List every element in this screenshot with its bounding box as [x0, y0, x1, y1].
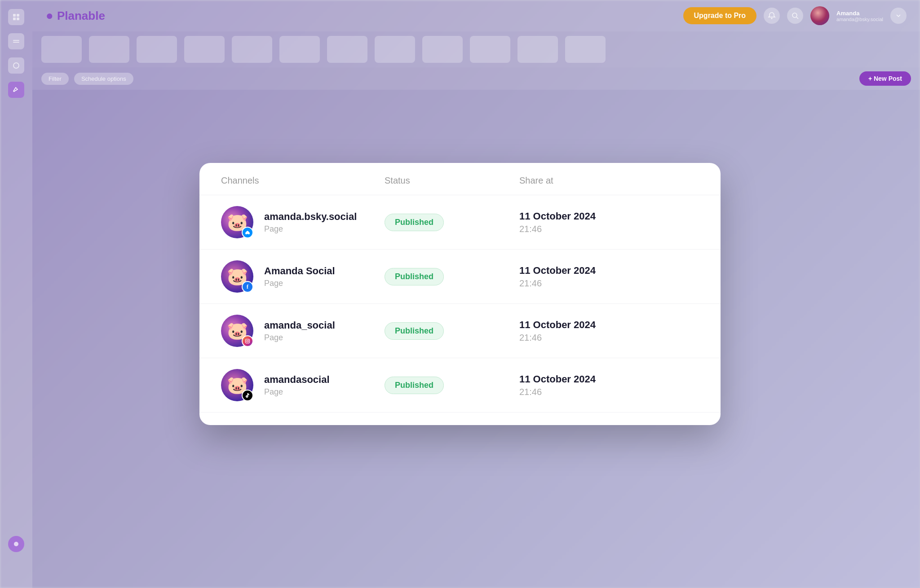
channel-type-1: Page: [264, 224, 357, 234]
share-cell-4: 11 October 2024 21:46: [519, 373, 699, 397]
channel-cell-2: 🐷 f Amanda Social Page: [221, 260, 385, 293]
channel-info-1: amanda.bsky.social Page: [264, 211, 357, 234]
channel-info-2: Amanda Social Page: [264, 265, 335, 288]
table-row: 🐷 amanda_social Page Publi: [199, 304, 721, 358]
status-badge-2: Published: [385, 268, 444, 285]
channel-cell-3: 🐷 amanda_social Page: [221, 315, 385, 347]
instagram-badge: [242, 335, 253, 347]
modal-bottom-padding: [199, 412, 721, 425]
table-row: 🐷 amandasocial Page Published 11 O: [199, 358, 721, 412]
share-date-2: 11 October 2024: [519, 265, 699, 276]
channel-info-3: amanda_social Page: [264, 320, 335, 342]
col-share-at: Share at: [519, 176, 699, 186]
share-cell-1: 11 October 2024 21:46: [519, 211, 699, 234]
table-row: 🐷 f Amanda Social Page Published 11 Octo…: [199, 250, 721, 304]
status-badge-4: Published: [385, 377, 444, 394]
svg-point-12: [247, 340, 248, 342]
channel-type-4: Page: [264, 387, 330, 397]
avatar-3: 🐷: [221, 315, 253, 347]
share-date-1: 11 October 2024: [519, 211, 699, 222]
svg-point-13: [248, 340, 249, 340]
channel-name-3: amanda_social: [264, 320, 335, 331]
share-time-2: 21:46: [519, 278, 699, 289]
col-status: Status: [385, 176, 519, 186]
status-cell-1: Published: [385, 214, 519, 231]
modal-overlay: Channels Status Share at 🐷 ama: [0, 0, 920, 588]
share-time-1: 21:46: [519, 224, 699, 234]
channel-type-2: Page: [264, 279, 335, 288]
channel-cell-1: 🐷 amanda.bsky.social Page: [221, 206, 385, 238]
status-cell-2: Published: [385, 268, 519, 285]
channel-info-4: amandasocial Page: [264, 374, 330, 397]
status-cell-4: Published: [385, 377, 519, 394]
avatar-1: 🐷: [221, 206, 253, 238]
status-badge-3: Published: [385, 322, 444, 340]
avatar-2: 🐷 f: [221, 260, 253, 293]
facebook-badge: f: [242, 281, 253, 293]
channel-cell-4: 🐷 amandasocial Page: [221, 369, 385, 401]
share-date-4: 11 October 2024: [519, 373, 699, 385]
status-badge-1: Published: [385, 214, 444, 231]
channel-name-2: Amanda Social: [264, 265, 335, 277]
share-time-3: 21:46: [519, 333, 699, 343]
channel-type-3: Page: [264, 333, 335, 342]
share-cell-2: 11 October 2024 21:46: [519, 265, 699, 289]
tiktok-badge: [242, 390, 253, 401]
share-cell-3: 11 October 2024 21:46: [519, 319, 699, 343]
bluesky-badge: [242, 227, 253, 238]
status-cell-3: Published: [385, 322, 519, 340]
channel-name-1: amanda.bsky.social: [264, 211, 357, 223]
table-header: Channels Status Share at: [199, 163, 721, 195]
avatar-4: 🐷: [221, 369, 253, 401]
channel-name-4: amandasocial: [264, 374, 330, 386]
table-row: 🐷 amanda.bsky.social Page Published: [199, 195, 721, 250]
col-channels: Channels: [221, 176, 385, 186]
share-date-3: 11 October 2024: [519, 319, 699, 331]
channels-modal: Channels Status Share at 🐷 ama: [199, 163, 721, 425]
share-time-4: 21:46: [519, 387, 699, 397]
